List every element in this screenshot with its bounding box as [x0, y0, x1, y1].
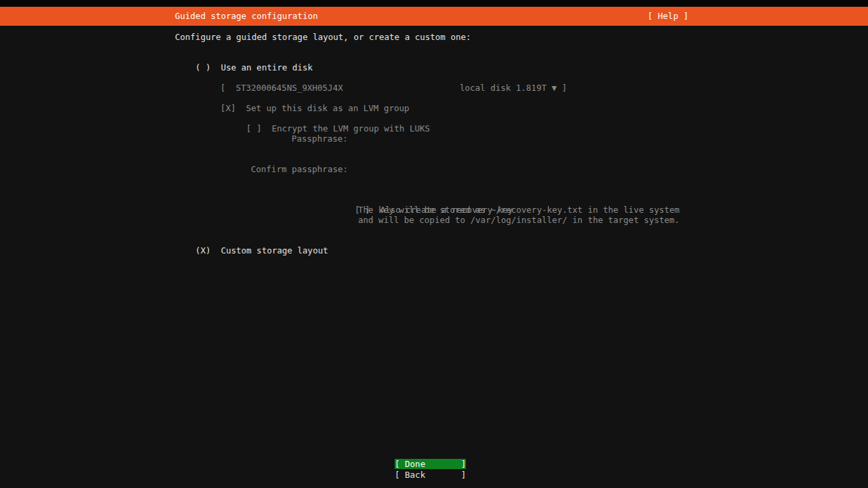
disk-select-value: ST32000645NS_9XH05J4X: [236, 83, 343, 93]
help-button[interactable]: [ Help ]: [648, 7, 688, 26]
disk-select-open-bracket: [: [220, 83, 226, 93]
done-button[interactable]: [ Done ]: [395, 459, 466, 469]
confirm-passphrase-label: Confirm passphrase:: [251, 164, 348, 174]
radio-selected-icon: (X): [195, 245, 211, 256]
disk-select-close-bracket: ]: [561, 83, 567, 93]
form-heading: Configure a guided storage layout, or cr…: [175, 32, 471, 42]
checkbox-unchecked-icon: [ ]: [246, 123, 262, 134]
recovery-note-line2: and will be copied to /var/log/installer…: [358, 215, 679, 225]
dropdown-arrow-icon: ▼: [551, 83, 557, 93]
back-button[interactable]: [ Back ]: [395, 470, 466, 480]
radio-custom-storage-layout[interactable]: (X)Custom storage layout: [175, 235, 328, 266]
radio-marker-icon: ( ): [195, 62, 211, 73]
recovery-note-line1: The key will be stored as ~/recovery-key…: [358, 205, 679, 215]
page-title: Guided storage configuration: [175, 7, 318, 26]
disk-select-right: local disk 1.819T▼]: [429, 73, 567, 103]
radio-use-entire-disk-label: Use an entire disk: [221, 62, 313, 73]
top-strip: [0, 0, 868, 7]
checkbox-luks-encrypt-label: Encrypt the LVM group with LUKS: [272, 123, 430, 134]
title-bar: Guided storage configuration [ Help ]: [0, 7, 868, 26]
disk-size-label: local disk 1.819T: [460, 83, 547, 93]
radio-custom-storage-layout-label: Custom storage layout: [221, 245, 328, 256]
passphrase-label: Passphrase:: [292, 134, 348, 144]
checkbox-checked-icon: [X]: [220, 103, 236, 113]
checkbox-lvm-group-label: Set up this disk as an LVM group: [246, 103, 410, 113]
installer-screen: Guided storage configuration [ Help ] Co…: [0, 0, 868, 488]
